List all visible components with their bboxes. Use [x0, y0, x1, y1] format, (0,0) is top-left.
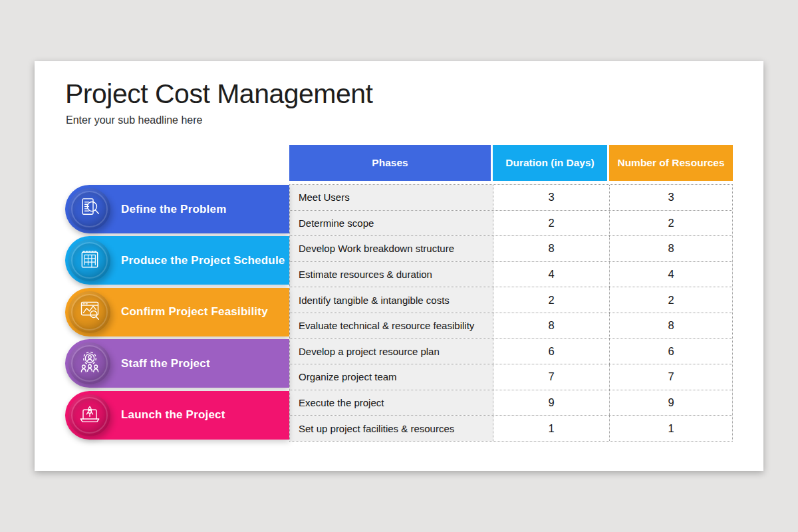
table-row: Identify tangible & intangible costs 2 2	[290, 287, 732, 313]
cell-phase: Set up project facilities & resources	[290, 416, 493, 441]
phase-pill: Define the Problem	[65, 185, 289, 233]
cell-duration: 6	[493, 339, 610, 364]
table-row: Estimate resources & duration 4 4	[290, 262, 732, 288]
cell-duration: 9	[493, 390, 610, 416]
cell-resources: 7	[610, 364, 732, 390]
cell-phase: Develop a project resource plan	[290, 339, 493, 364]
phase-pill: Staff the Project	[65, 339, 289, 388]
cell-duration: 2	[493, 287, 610, 313]
cell-resources: 8	[610, 313, 732, 338]
page-title: Project Cost Management	[65, 78, 373, 110]
cell-resources: 2	[610, 287, 732, 313]
cell-duration: 4	[493, 262, 610, 287]
cell-phase: Develop Work breakdown structure	[290, 236, 493, 261]
phase-icon-badge	[68, 188, 110, 230]
phase-icon-badge	[68, 342, 110, 384]
table-row: Organize project team 7 7	[290, 364, 732, 390]
cell-resources: 2	[610, 211, 732, 236]
cell-duration: 3	[493, 185, 610, 210]
phase-pill-label: Define the Problem	[121, 203, 227, 216]
cell-phase: Organize project team	[290, 364, 493, 390]
table-row: Evaluate technical & resource feasibilit…	[290, 313, 732, 339]
phase-icon-badge	[68, 291, 110, 333]
cell-duration: 2	[493, 211, 610, 236]
cell-phase: Execute the project	[290, 390, 493, 416]
cell-resources: 1	[610, 416, 732, 441]
table-row: Develop a project resource plan 6 6	[290, 339, 732, 365]
column-header-phases: Phases	[289, 145, 491, 181]
phase-pill: Produce the Project Schedule	[65, 236, 289, 285]
cell-resources: 3	[610, 185, 732, 210]
phase-icon-badge	[68, 239, 110, 281]
phase-pill-label: Confirm Project Feasibility	[121, 305, 268, 319]
cell-resources: 8	[610, 236, 732, 261]
cell-duration: 8	[493, 236, 610, 261]
cell-phase: Determine scope	[290, 211, 493, 236]
monitor-magnifier-icon	[76, 297, 103, 327]
cell-duration: 7	[493, 364, 610, 390]
phase-pill: Confirm Project Feasibility	[65, 288, 289, 336]
table-body: Meet Users 3 3 Determine scope 2 2 Devel…	[289, 184, 733, 442]
cell-phase: Evaluate technical & resource feasibilit…	[290, 313, 493, 338]
phases-table: Phases Duration (in Days) Number of Reso…	[289, 145, 733, 442]
calendar-icon	[76, 246, 103, 275]
phase-pill-label: Staff the Project	[121, 357, 210, 370]
table-row: Develop Work breakdown structure 8 8	[290, 236, 732, 262]
cell-phase: Meet Users	[290, 185, 493, 210]
table-header-row: Phases Duration (in Days) Number of Reso…	[289, 145, 733, 181]
table-row: Set up project facilities & resources 1 …	[290, 416, 732, 441]
document-magnifier-icon	[76, 195, 103, 224]
table-row: Determine scope 2 2	[290, 211, 732, 237]
cell-duration: 1	[493, 416, 610, 441]
phase-pill: Launch the Project	[65, 391, 289, 440]
table-row: Meet Users 3 3	[290, 185, 732, 211]
column-header-resources: Number of Resources	[609, 145, 733, 181]
phase-pill-label: Launch the Project	[121, 408, 225, 422]
laptop-rocket-icon	[76, 400, 103, 430]
cell-resources: 4	[610, 262, 732, 287]
team-gear-icon	[76, 349, 103, 378]
cell-phase: Estimate resources & duration	[290, 262, 493, 287]
cell-resources: 6	[610, 339, 732, 364]
phase-pill-label: Produce the Project Schedule	[121, 254, 285, 267]
table-row: Execute the project 9 9	[290, 390, 732, 416]
cell-duration: 8	[493, 313, 610, 338]
phase-icon-badge	[68, 394, 110, 436]
slide-card: Project Cost Management Enter your sub h…	[35, 61, 763, 471]
column-header-duration: Duration (in Days)	[493, 145, 607, 181]
page-subtitle: Enter your sub headline here	[66, 114, 202, 126]
cell-resources: 9	[610, 390, 732, 416]
cell-phase: Identify tangible & intangible costs	[290, 287, 493, 313]
